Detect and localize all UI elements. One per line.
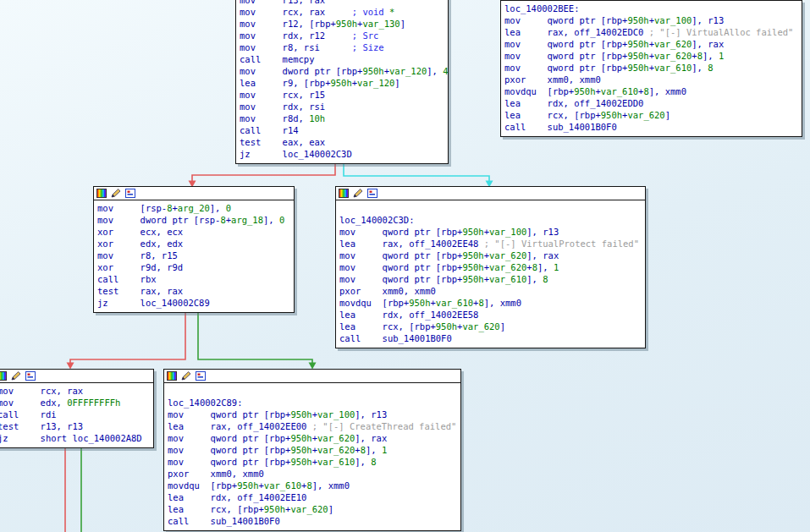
node-bottom-left[interactable]: mov rcx, raxmov edx, 0FFFFFFFFhcall rdit… — [0, 369, 154, 448]
edit-comment-icon[interactable] — [11, 371, 21, 381]
group-node-icon[interactable] — [125, 189, 135, 198]
asm-line: call sub_14001B0F0 — [504, 121, 798, 133]
asm-line: mov qword ptr [rbp+950h+var_610], 8 — [339, 273, 642, 285]
edge-fallthrough-a-c — [189, 162, 336, 188]
asm-line: mov qword ptr [rbp+950h+var_620], rax — [339, 250, 642, 261]
asm-line: pxor xmm0, xmm0 — [504, 74, 798, 85]
asm-line: loc_140002C3D: — [339, 214, 642, 226]
asm-line: mov rcx, rax ; void * — [240, 6, 444, 18]
asm-line: lea rax, off_14002EE00 ; "[-] CreateThre… — [168, 420, 457, 432]
asm-line: mov qword ptr [rbp+950h+var_610], 8 — [504, 62, 798, 74]
asm-line: mov qword ptr [rbp+950h+var_620+8], 1 — [339, 261, 642, 273]
asm-line: jz short loc_140002A8D — [0, 432, 150, 444]
node-loc-140002C3D[interactable]: loc_140002C3D:mov qword ptr [rbp+950h+va… — [335, 186, 646, 348]
asm-line: mov qword ptr [rbp+950h+var_620+8], 1 — [504, 50, 798, 62]
asm-line: mov qword ptr [rbp+950h+var_100], r13 — [339, 226, 642, 238]
asm-line: xor edx, edx — [97, 238, 290, 250]
asm-line: jz loc_140002C3D — [240, 148, 444, 160]
asm-line — [339, 202, 642, 214]
disassembly-text[interactable]: mov r13, raxmov rcx, rax ; void *mov r12… — [236, 0, 448, 163]
node-titlebar — [336, 187, 645, 200]
asm-line: mov r8, r15 — [97, 250, 290, 261]
asm-line: movdqu [rbp+950h+var_610+8], xmm0 — [504, 85, 798, 97]
asm-line: call sub_14001B0F0 — [168, 515, 457, 527]
asm-line: call sub_14001B0F0 — [339, 332, 642, 344]
edge-jump-a-d — [344, 162, 493, 188]
edit-comment-icon[interactable] — [353, 189, 363, 198]
asm-line: lea r9, [rbp+950h+var_120] — [240, 77, 444, 89]
asm-line: mov qword ptr [rbp+950h+var_610], 8 — [168, 456, 457, 468]
edge-fallthrough-c-e — [67, 312, 186, 370]
node-color-icon[interactable] — [339, 189, 349, 198]
asm-line: mov qword ptr [rbp+950h+var_620], rax — [168, 432, 457, 444]
asm-line: test eax, eax — [240, 136, 444, 148]
asm-line: test r13, r13 — [0, 420, 150, 432]
asm-line: mov rcx, rax — [0, 385, 150, 397]
node-mid-left[interactable]: mov [rsp-8+arg_20], 0mov dword ptr [rsp-… — [93, 186, 295, 313]
asm-line: lea rcx, [rbp+950h+var_620] — [504, 109, 798, 121]
asm-line — [168, 385, 457, 397]
disassembly-text[interactable]: loc_140002C89:mov qword ptr [rbp+950h+va… — [164, 383, 460, 530]
node-asm-top[interactable]: mov r13, raxmov rcx, rax ; void *mov r12… — [235, 0, 449, 164]
group-node-icon[interactable] — [25, 371, 36, 381]
asm-line: mov rcx, r15 — [240, 89, 444, 101]
node-color-icon[interactable] — [167, 371, 177, 381]
asm-line: call rbx — [97, 273, 290, 285]
asm-line: lea rdx, off_14002EDD0 — [504, 97, 798, 109]
asm-line: loc_140002BEE: — [504, 3, 798, 14]
asm-line: mov [rsp-8+arg_20], 0 — [97, 202, 290, 214]
graph-view[interactable]: mov r13, raxmov rcx, rax ; void *mov r12… — [0, 0, 810, 532]
disassembly-text[interactable]: mov rcx, raxmov edx, 0FFFFFFFFhcall rdit… — [0, 383, 153, 447]
asm-line: mov qword ptr [rbp+950h+var_100], r13 — [504, 14, 798, 26]
asm-line: test rax, rax — [97, 285, 290, 297]
asm-line: call rdi — [0, 409, 150, 420]
asm-line: xor r9d, r9d — [97, 261, 290, 273]
asm-line: movdqu [rbp+950h+var_610+8], xmm0 — [168, 480, 457, 491]
disassembly-text[interactable]: loc_140002BEE:mov qword ptr [rbp+950h+va… — [501, 1, 802, 136]
asm-line: lea rax, off_14002EE48 ; "[-] VirtualPro… — [339, 238, 642, 250]
asm-line: mov rdx, rsi — [240, 101, 444, 112]
asm-line: mov r8, rsi ; Size — [240, 41, 444, 53]
asm-line: loc_140002C89: — [168, 397, 457, 409]
edge-jump-c-f — [198, 312, 317, 370]
asm-line: mov r12, [rbp+950h+var_130] — [240, 18, 444, 30]
asm-line: mov r13, rax — [240, 0, 444, 6]
asm-line: mov rdx, r12 ; Src — [240, 30, 444, 41]
group-node-icon[interactable] — [367, 189, 377, 198]
asm-line: pxor xmm0, xmm0 — [168, 468, 457, 480]
edit-comment-icon[interactable] — [181, 371, 191, 381]
node-color-icon[interactable] — [96, 189, 107, 198]
asm-line: movdqu [rbp+950h+var_610+8], xmm0 — [339, 297, 642, 309]
asm-line: mov r8d, 10h — [240, 112, 444, 124]
asm-line: lea rcx, [rbp+950h+var_620] — [168, 503, 457, 515]
asm-line: mov dword ptr [rsp-8+arg_18], 0 — [97, 214, 290, 226]
asm-line: mov qword ptr [rbp+950h+var_620+8], 1 — [168, 444, 457, 456]
group-node-icon[interactable] — [196, 371, 206, 381]
node-loc-140002C89[interactable]: loc_140002C89:mov qword ptr [rbp+950h+va… — [163, 369, 461, 531]
asm-line: lea rax, off_14002EDC0 ; "[-] VirtualAll… — [504, 26, 798, 38]
node-color-icon[interactable] — [0, 371, 7, 381]
asm-line: lea rdx, off_14002EE10 — [168, 491, 457, 503]
asm-line: mov edx, 0FFFFFFFFh — [0, 397, 150, 409]
edit-comment-icon[interactable] — [111, 189, 121, 198]
asm-line: mov qword ptr [rbp+950h+var_100], r13 — [168, 409, 457, 420]
asm-line: call memcpy — [240, 53, 444, 65]
asm-line: mov qword ptr [rbp+950h+var_620], rax — [504, 38, 798, 50]
disassembly-text[interactable]: mov [rsp-8+arg_20], 0mov dword ptr [rsp-… — [94, 200, 294, 312]
asm-line: jz loc_140002C89 — [97, 297, 290, 309]
asm-line: call r14 — [240, 124, 444, 136]
node-titlebar — [94, 187, 294, 200]
node-loc-140002BEE[interactable]: loc_140002BEE:mov qword ptr [rbp+950h+va… — [500, 0, 802, 137]
asm-line: xor ecx, ecx — [97, 226, 290, 238]
disassembly-text[interactable]: loc_140002C3D:mov qword ptr [rbp+950h+va… — [336, 200, 645, 348]
asm-line: mov dword ptr [rbp+950h+var_120], 4 — [240, 65, 444, 77]
node-titlebar — [164, 370, 460, 383]
node-titlebar — [0, 370, 153, 383]
asm-line: lea rdx, off_14002EE58 — [339, 309, 642, 321]
asm-line: lea rcx, [rbp+950h+var_620] — [339, 321, 642, 332]
asm-line: pxor xmm0, xmm0 — [339, 285, 642, 297]
